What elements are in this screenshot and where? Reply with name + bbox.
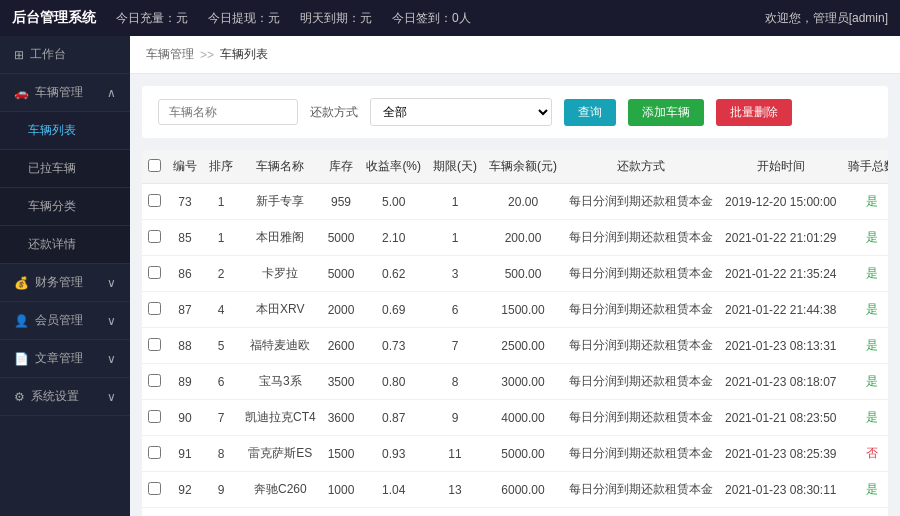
cell-sort: 4	[203, 292, 239, 328]
sidebar-workbench-label: 工作台	[30, 46, 66, 63]
cell-checkbox[interactable]	[142, 436, 167, 472]
logo: 后台管理系统	[12, 9, 96, 27]
table-row: 89 6 宝马3系 3500 0.80 8 3000.00 每日分润到期还款租赁…	[142, 364, 888, 400]
cell-name: 本田XRV	[239, 292, 322, 328]
sidebar-repay-detail-label: 还款详情	[28, 236, 76, 253]
finance-icon: 💰	[14, 276, 29, 290]
cell-checkbox[interactable]	[142, 292, 167, 328]
cell-id: 91	[167, 436, 203, 472]
cell-name: 新手专享	[239, 184, 322, 220]
cell-checkbox[interactable]	[142, 184, 167, 220]
add-vehicle-button[interactable]: 添加车辆	[628, 99, 704, 126]
cell-checkbox[interactable]	[142, 328, 167, 364]
cell-checkbox[interactable]	[142, 220, 167, 256]
breadcrumb: 车辆管理 >> 车辆列表	[130, 36, 900, 74]
cell-start: 2021-01-22 21:44:38	[719, 292, 842, 328]
row-checkbox-6[interactable]	[148, 410, 161, 423]
layout: ⊞ 工作台 🚗 车辆管理 ∧ 车辆列表 已拉车辆 车辆分类 还款详情 💰 财务管…	[0, 36, 900, 516]
cell-rate: 0.80	[360, 364, 427, 400]
sidebar-item-repay-detail[interactable]: 还款详情	[0, 226, 130, 264]
cell-sort: 1	[203, 220, 239, 256]
cell-sort: 7	[203, 400, 239, 436]
table-row: 85 1 本田雅阁 5000 2.10 1 200.00 每日分润到期还款租赁本…	[142, 220, 888, 256]
stat-checkin: 今日签到：0人	[392, 10, 471, 27]
th-riders: 骑手总数	[842, 150, 888, 184]
cell-stock: 5000	[322, 220, 361, 256]
cell-checkbox[interactable]	[142, 400, 167, 436]
sidebar-item-workbench[interactable]: ⊞ 工作台	[0, 36, 130, 74]
row-checkbox-7[interactable]	[148, 446, 161, 459]
cell-checkbox[interactable]	[142, 508, 167, 517]
table-header-row: 编号 排序 车辆名称 库存 收益率(%) 期限(天) 车辆余额(元) 还款方式 …	[142, 150, 888, 184]
cell-name: 福特麦迪欧	[239, 328, 322, 364]
stat-expire: 明天到期：元	[300, 10, 372, 27]
row-checkbox-5[interactable]	[148, 374, 161, 387]
row-checkbox-4[interactable]	[148, 338, 161, 351]
cell-stock: 1000	[322, 472, 361, 508]
stat-charge: 今日充量：元	[116, 10, 188, 27]
cell-checkbox[interactable]	[142, 256, 167, 292]
cell-riders: 否	[842, 508, 888, 517]
cell-name: 雷克萨斯ES	[239, 436, 322, 472]
sidebar-item-vehicle-pulled[interactable]: 已拉车辆	[0, 150, 130, 188]
stats-bar: 今日充量：元 今日提现：元 明天到期：元 今日签到：0人	[116, 10, 765, 27]
breadcrumb-current: 车辆列表	[220, 46, 268, 63]
cell-balance: 500.00	[483, 256, 563, 292]
repay-select[interactable]: 全部 每日分润到期还款租赁本金 其他	[370, 98, 552, 126]
batch-delete-button[interactable]: 批量删除	[716, 99, 792, 126]
th-repay: 还款方式	[563, 150, 719, 184]
th-term: 期限(天)	[427, 150, 483, 184]
cell-riders: 是	[842, 364, 888, 400]
cell-term: 8	[427, 364, 483, 400]
cell-rate: 0.62	[360, 256, 427, 292]
cell-riders: 是	[842, 400, 888, 436]
cell-start: 2021-01-22 21:01:29	[719, 220, 842, 256]
sidebar-item-finance[interactable]: 💰 财务管理 ∨	[0, 264, 130, 302]
row-checkbox-8[interactable]	[148, 482, 161, 495]
select-all-checkbox[interactable]	[148, 159, 161, 172]
cell-repay: 每日分润到期还款租赁本金	[563, 436, 719, 472]
cell-name: 奔驰C260	[239, 472, 322, 508]
search-button[interactable]: 查询	[564, 99, 616, 126]
vehicle-name-input[interactable]	[158, 99, 298, 125]
sidebar-item-vehicle-mgmt[interactable]: 🚗 车辆管理 ∧	[0, 74, 130, 112]
cell-term: 1	[427, 184, 483, 220]
cell-repay: 每日分润到期还款租赁本金	[563, 400, 719, 436]
cell-start: 2021-01-23 08:13:31	[719, 328, 842, 364]
row-checkbox-0[interactable]	[148, 194, 161, 207]
cell-riders: 是	[842, 328, 888, 364]
row-checkbox-2[interactable]	[148, 266, 161, 279]
table-row: 93 10 凯迪XI 950 1.15 15 7000.00 每日分润到期还款租…	[142, 508, 888, 517]
th-id: 编号	[167, 150, 203, 184]
cell-term: 15	[427, 508, 483, 517]
cell-repay: 每日分润到期还款租赁本金	[563, 508, 719, 517]
sidebar-item-doc[interactable]: 📄 文章管理 ∨	[0, 340, 130, 378]
cell-name: 宝马3系	[239, 364, 322, 400]
chevron-down-icon3: ∨	[107, 352, 116, 366]
sidebar-vehicle-category-label: 车辆分类	[28, 198, 76, 215]
cell-stock: 1500	[322, 436, 361, 472]
sidebar-member-label: 会员管理	[35, 312, 83, 329]
cell-checkbox[interactable]	[142, 472, 167, 508]
main-content: 车辆管理 >> 车辆列表 还款方式 全部 每日分润到期还款租赁本金 其他 查询 …	[130, 36, 900, 516]
sidebar-item-vehicle-list[interactable]: 车辆列表	[0, 112, 130, 150]
row-checkbox-1[interactable]	[148, 230, 161, 243]
cell-sort: 9	[203, 472, 239, 508]
sidebar-item-member[interactable]: 👤 会员管理 ∨	[0, 302, 130, 340]
sidebar-item-sys[interactable]: ⚙ 系统设置 ∨	[0, 378, 130, 416]
sidebar-item-vehicle-category[interactable]: 车辆分类	[0, 188, 130, 226]
table-row: 86 2 卡罗拉 5000 0.62 3 500.00 每日分润到期还款租赁本金…	[142, 256, 888, 292]
sidebar-finance-label: 财务管理	[35, 274, 83, 291]
cell-term: 1	[427, 220, 483, 256]
row-checkbox-3[interactable]	[148, 302, 161, 315]
cell-checkbox[interactable]	[142, 364, 167, 400]
th-stock: 库存	[322, 150, 361, 184]
repay-label: 还款方式	[310, 104, 358, 121]
cell-stock: 959	[322, 184, 361, 220]
cell-balance: 7000.00	[483, 508, 563, 517]
filter-bar: 还款方式 全部 每日分润到期还款租赁本金 其他 查询 添加车辆 批量删除	[142, 86, 888, 138]
table-row: 87 4 本田XRV 2000 0.69 6 1500.00 每日分润到期还款租…	[142, 292, 888, 328]
th-balance: 车辆余额(元)	[483, 150, 563, 184]
cell-id: 86	[167, 256, 203, 292]
cell-stock: 2000	[322, 292, 361, 328]
